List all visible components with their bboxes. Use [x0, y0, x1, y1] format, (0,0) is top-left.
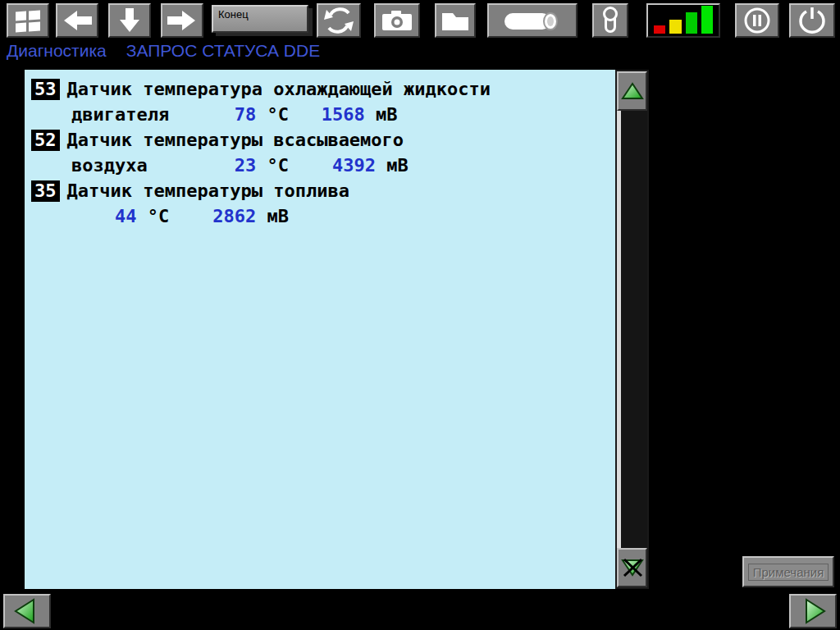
scroll-up-icon — [620, 80, 645, 102]
scroll-down-button[interactable] — [617, 548, 647, 587]
sensor-values-line: двигателя 78 °C 1568 мВ — [31, 102, 609, 127]
power-button[interactable] — [789, 3, 835, 38]
down-button[interactable] — [108, 3, 151, 38]
forward-button[interactable] — [161, 3, 203, 38]
windows-logo-button[interactable] — [7, 3, 49, 38]
page-title: ЗАПРОС СТАТУСА DDE — [126, 41, 320, 61]
battery-button[interactable] — [487, 3, 578, 38]
folder-icon — [437, 6, 473, 35]
sensor-name-line: 35Датчик температуры топлива — [31, 178, 609, 203]
scrollbar-track[interactable] — [617, 111, 647, 548]
pause-button[interactable] — [735, 3, 779, 38]
right-arrow-icon — [162, 6, 202, 35]
reading-row: 52Датчик температуры всасываемого воздух… — [31, 127, 609, 178]
fault-code-badge: 53 — [31, 79, 60, 100]
fault-code-badge: 35 — [31, 180, 60, 202]
refresh-icon — [321, 4, 357, 37]
pause-icon — [739, 6, 775, 35]
folder-button[interactable] — [435, 3, 476, 38]
sensor-values-line: воздуха 23 °C 4392 мВ — [31, 153, 609, 178]
sensor-values-line: 44 °C 2862 мВ — [31, 203, 609, 229]
signal-bar — [686, 12, 697, 34]
signal-bars — [648, 5, 719, 36]
titlebar: Диагностика ЗАПРОС СТАТУСА DDE — [7, 41, 320, 61]
next-page-button[interactable] — [789, 594, 837, 628]
app-title: Диагностика — [7, 41, 107, 61]
camera-icon — [377, 6, 417, 35]
status-field[interactable]: Конец — [212, 5, 308, 33]
reading-row: 53Датчик температура охлаждающей жидкост… — [31, 76, 609, 127]
next-arrow-icon — [797, 596, 829, 626]
prev-arrow-icon — [11, 596, 43, 626]
signal-bar — [654, 25, 665, 34]
readings-panel: 53Датчик температура охлаждающей жидкост… — [25, 70, 615, 589]
probe-button[interactable] — [592, 3, 628, 38]
prev-page-button[interactable] — [3, 594, 51, 628]
notes-button[interactable]: Примечания — [742, 556, 834, 587]
signal-bar — [701, 6, 713, 34]
signal-indicator — [646, 3, 720, 38]
camera-button[interactable] — [374, 3, 420, 38]
back-button[interactable] — [56, 3, 98, 38]
scroll-up-button[interactable] — [617, 71, 647, 111]
notes-button-label: Примечания — [748, 564, 829, 581]
sensor-name-line: 52Датчик температуры всасываемого — [31, 127, 609, 153]
screen: Конец — [0, 0, 840, 630]
signal-bar — [669, 20, 681, 34]
reading-row: 35Датчик температуры топлива 44 °C 2862 … — [31, 178, 609, 229]
scrollbar — [615, 70, 649, 589]
scroll-down-icon — [620, 557, 645, 578]
left-arrow-icon — [57, 6, 97, 35]
power-icon — [794, 6, 830, 35]
sensor-name-line: 53Датчик температура охлаждающей жидкост… — [31, 76, 609, 102]
down-arrow-icon — [115, 5, 144, 36]
windows-logo-icon — [10, 5, 46, 36]
fault-code-badge: 52 — [31, 130, 60, 151]
battery-cylinder-icon — [493, 6, 572, 35]
probe-icon — [596, 5, 625, 36]
refresh-button[interactable] — [317, 3, 361, 38]
